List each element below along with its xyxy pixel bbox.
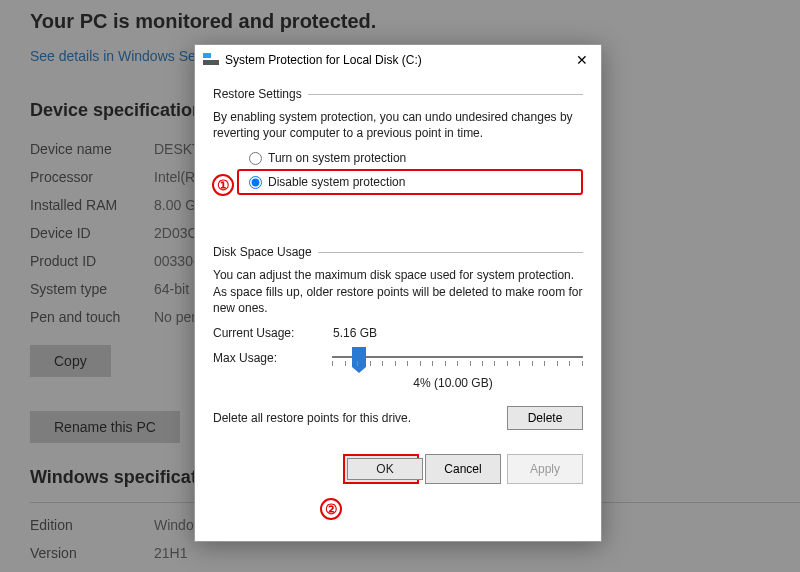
annotation-step-1: ①: [212, 174, 234, 196]
disk-usage-heading: Disk Space Usage: [213, 245, 583, 259]
radio-turn-on[interactable]: Turn on system protection: [249, 151, 583, 165]
apply-button: Apply: [507, 454, 583, 484]
restore-settings-desc: By enabling system protection, you can u…: [213, 109, 583, 141]
annotation-step-2: ②: [320, 498, 342, 520]
dialog-titlebar[interactable]: System Protection for Local Disk (C:) ✕: [195, 45, 601, 75]
max-usage-value: 4% (10.00 GB): [323, 376, 583, 390]
system-protection-dialog: System Protection for Local Disk (C:) ✕ …: [194, 44, 602, 542]
max-usage-row: Max Usage:: [213, 349, 583, 367]
dialog-body: Restore Settings By enabling system prot…: [195, 75, 601, 494]
max-usage-label: Max Usage:: [213, 351, 332, 365]
close-icon[interactable]: ✕: [563, 45, 601, 75]
disk-usage-desc: You can adjust the maximum disk space us…: [213, 267, 583, 316]
restore-settings-heading: Restore Settings: [213, 87, 583, 101]
system-protection-icon: [203, 53, 219, 67]
current-usage-row: Current Usage: 5.16 GB: [213, 326, 583, 340]
radio-disable-label: Disable system protection: [268, 175, 405, 189]
divider: [318, 252, 583, 253]
ok-button[interactable]: OK: [343, 454, 419, 484]
radio-disable[interactable]: Disable system protection: [237, 169, 583, 195]
dialog-title: System Protection for Local Disk (C:): [225, 53, 563, 67]
cancel-button[interactable]: Cancel: [425, 454, 501, 484]
radio-turn-on-input[interactable]: [249, 152, 262, 165]
radio-disable-input[interactable]: [249, 176, 262, 189]
protection-radio-group: Turn on system protection Disable system…: [213, 151, 583, 195]
divider: [308, 94, 583, 95]
current-usage-label: Current Usage:: [213, 326, 333, 340]
max-usage-slider[interactable]: [332, 349, 583, 367]
delete-button[interactable]: Delete: [507, 406, 583, 430]
dialog-button-row: OK Cancel Apply: [213, 454, 583, 484]
delete-restore-points-text: Delete all restore points for this drive…: [213, 411, 411, 425]
radio-turn-on-label: Turn on system protection: [268, 151, 406, 165]
current-usage-value: 5.16 GB: [333, 326, 377, 340]
delete-restore-points-row: Delete all restore points for this drive…: [213, 406, 583, 430]
